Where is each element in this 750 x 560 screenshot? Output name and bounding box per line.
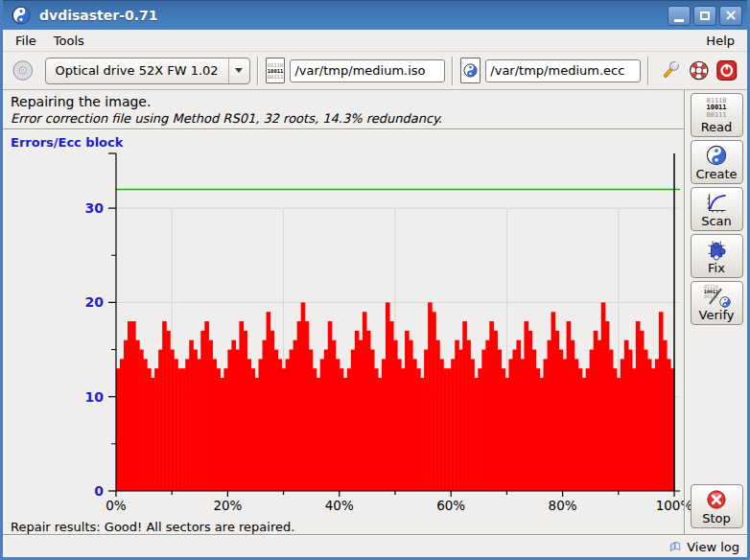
- verify-button-label: Verify: [699, 308, 735, 322]
- fix-button-label: Fix: [708, 261, 725, 275]
- view-log-link[interactable]: View log: [687, 540, 739, 554]
- maximize-button[interactable]: [693, 6, 716, 26]
- chevron-down-icon: [235, 68, 243, 73]
- window-title: dvdisaster-0.71: [39, 8, 665, 23]
- read-icon-line: 00111: [706, 112, 726, 120]
- svg-text:0: 0: [94, 483, 104, 499]
- chart-column: Repairing the image. Error correction fi…: [3, 90, 684, 534]
- status-line2: Error correction file using Method RS01,…: [11, 109, 676, 126]
- footer-bar: View log: [3, 536, 747, 557]
- toolbar-separator: [452, 57, 454, 85]
- svg-text:80%: 80%: [549, 498, 577, 513]
- read-button[interactable]: 01110 10011 00111 Read: [691, 93, 743, 137]
- ecc-file-icon: [460, 58, 480, 83]
- scan-button-label: Scan: [701, 214, 732, 228]
- fix-puzzle-icon: [704, 238, 729, 261]
- stop-button-area: Stop: [691, 484, 743, 528]
- create-yinyang-icon: [706, 144, 727, 167]
- stop-button[interactable]: Stop: [691, 484, 743, 528]
- menu-help[interactable]: Help: [697, 32, 743, 50]
- minimize-icon: [674, 19, 684, 22]
- drive-selector-arrow[interactable]: [228, 58, 249, 83]
- svg-text:20%: 20%: [213, 498, 242, 513]
- create-button-label: Create: [695, 167, 737, 181]
- svg-text:60%: 60%: [436, 498, 465, 513]
- ecc-file-input[interactable]: [485, 59, 641, 82]
- verify-button[interactable]: 01110 10011 00111 Verify: [691, 281, 743, 325]
- quit-power-icon[interactable]: [715, 58, 738, 82]
- drive-selector-value: Optical drive 52X FW 1.02: [46, 63, 228, 78]
- main-content: Repairing the image. Error correction fi…: [3, 90, 747, 534]
- drive-selector-dropdown[interactable]: Optical drive 52X FW 1.02: [45, 58, 250, 84]
- iso-image-icon: 01110 10011 00111: [266, 58, 286, 83]
- app-yinyang-icon: [12, 6, 31, 25]
- svg-text:0%: 0%: [105, 498, 127, 513]
- image-file-input[interactable]: [290, 59, 445, 82]
- svg-text:10: 10: [85, 389, 105, 405]
- repair-result-text: Repair results: Good! All sectors are re…: [3, 518, 684, 534]
- close-icon: ×: [724, 8, 737, 23]
- cd-drive-icon: [12, 58, 35, 82]
- iso-icon-line: 00111: [268, 74, 284, 80]
- fix-button[interactable]: Fix: [691, 234, 743, 278]
- ecc-yinyang-glyph: [463, 63, 478, 78]
- create-button[interactable]: Create: [691, 140, 743, 184]
- scan-button[interactable]: Scan: [691, 187, 743, 231]
- minimize-button[interactable]: [668, 6, 691, 26]
- action-sidebar: 01110 10011 00111 Read Create: [686, 90, 747, 534]
- toolbar: Optical drive 52X FW 1.02 01110 10011 00…: [3, 52, 747, 90]
- toolbar-separator: [647, 57, 649, 85]
- title-bar: dvdisaster-0.71 ×: [3, 0, 747, 30]
- menu-file[interactable]: File: [7, 32, 45, 50]
- help-lifebuoy-icon[interactable]: [688, 58, 711, 82]
- maximize-icon: [700, 12, 710, 20]
- app-window: dvdisaster-0.71 × File Tools Help Optica…: [0, 0, 750, 560]
- read-button-label: Read: [701, 120, 733, 134]
- close-button[interactable]: ×: [719, 6, 742, 26]
- verify-yinyang-glyph: [719, 296, 731, 308]
- menu-tools[interactable]: Tools: [45, 32, 93, 50]
- verify-icon: 01110 10011 00111: [702, 285, 731, 308]
- stop-icon: [706, 488, 727, 511]
- svg-text:30: 30: [85, 200, 105, 216]
- chart-title: Errors/Ecc block: [3, 130, 684, 150]
- error-histogram-chart: 01020300%20%40%60%80%100%: [3, 150, 684, 518]
- read-icon: 01110 10011 00111: [706, 97, 726, 120]
- log-book-icon: [668, 539, 683, 554]
- status-heading: Repairing the image. Error correction fi…: [3, 90, 684, 128]
- svg-text:40%: 40%: [325, 498, 354, 513]
- svg-text:20: 20: [85, 294, 105, 310]
- status-line1: Repairing the image.: [11, 94, 676, 109]
- menu-bar: File Tools Help: [3, 30, 747, 52]
- toolbar-separator: [257, 57, 259, 85]
- preferences-wrench-icon[interactable]: [659, 58, 682, 82]
- stop-button-label: Stop: [702, 511, 731, 525]
- scan-icon: [705, 191, 728, 214]
